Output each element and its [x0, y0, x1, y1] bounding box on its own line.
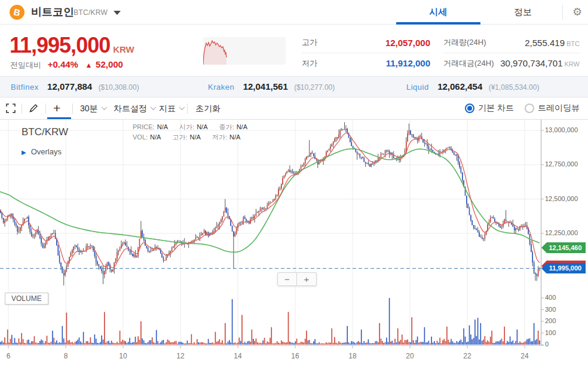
- coin-pair: BTC/KRW: [74, 0, 108, 24]
- add-button[interactable]: +: [53, 98, 60, 119]
- header: B 비트코인 BTC/KRW 시세 정보 ⚙: [0, 0, 588, 25]
- coin-name: 비트코인: [31, 0, 74, 24]
- zoom-controls: − +: [277, 272, 317, 286]
- ohlc-info-row-2: VOL:N/A 고가:N/A 저가:N/A: [133, 133, 240, 142]
- info-key: VOL:: [133, 133, 148, 141]
- high-label: 고가: [302, 37, 317, 48]
- info-value: N/A: [197, 123, 207, 130]
- exchange-name: Bitfinex: [11, 83, 39, 92]
- volume-pane-label: VOLUME: [5, 293, 48, 305]
- chart-type-radios: 기본 차트 트레이딩뷰: [465, 98, 580, 119]
- info-value: N/A: [150, 133, 161, 141]
- radio-tradingview[interactable]: 트레이딩뷰: [525, 103, 580, 114]
- toolbar-divider: [187, 104, 188, 114]
- reset-button[interactable]: 초기화: [195, 98, 220, 119]
- exchange-converted: ($10,277.00): [294, 83, 335, 92]
- price-change-row: 전일대비 +0.44% ▲ 52,000: [10, 59, 123, 71]
- toolbar-divider: [72, 104, 73, 114]
- tab-price[interactable]: 시세: [396, 0, 480, 24]
- time-axis-label: 22: [458, 352, 476, 360]
- stats-price-column: 고가 12,057,000 저가 11,912,000: [302, 32, 430, 73]
- time-axis-label: 6: [0, 352, 17, 360]
- exchange-name: Kraken: [208, 83, 234, 92]
- zoom-in-button[interactable]: +: [297, 272, 317, 286]
- price-axis-label: 12,750,000: [545, 160, 578, 168]
- bitcoin-icon: B: [10, 5, 24, 20]
- mini-sparkline: [203, 37, 286, 65]
- info-value: N/A: [157, 123, 168, 130]
- radio-unselected-icon: [525, 104, 534, 113]
- tab-info-label: 정보: [514, 7, 532, 17]
- low-value: 11,912,000: [386, 58, 430, 68]
- exchange-kraken[interactable]: Kraken 12,041,561 ($10,277.00): [208, 77, 335, 97]
- radio-tradingview-label: 트레이딩뷰: [538, 103, 580, 114]
- coin-dropdown-caret-icon[interactable]: [114, 11, 121, 15]
- value24-label: 거래대금(24H): [443, 58, 494, 69]
- exchange-converted: (¥1,085,534.00): [489, 83, 540, 92]
- up-arrow-icon: ▲: [85, 61, 93, 69]
- current-price-tag-value: 11,995,000: [541, 263, 586, 273]
- info-key: 고가:: [172, 133, 187, 142]
- chevron-down-icon: [151, 104, 157, 110]
- overlays-label: Overlays: [31, 147, 62, 156]
- time-axis-label: 14: [229, 352, 247, 360]
- price-axis-label: 12,250,000: [545, 229, 578, 236]
- volume24-unit: BTC: [566, 40, 580, 47]
- fullscreen-button[interactable]: [6, 98, 16, 119]
- tab-active-underline: [396, 22, 480, 25]
- volume-axis-label: 100: [545, 329, 556, 336]
- ohlc-info-row-1: PRICE:N/A 시가:N/A 종가:N/A: [133, 123, 247, 132]
- indicator-label: 지표: [159, 104, 176, 113]
- exchange-converted: ($10,308.00): [99, 83, 139, 92]
- change-label: 전일대비: [10, 60, 41, 69]
- change-percent: +0.44%: [48, 59, 78, 69]
- exchange-liquid[interactable]: Liquid 12,062,454 (¥1,085,534.00): [406, 77, 539, 97]
- price-axis-label: 12,500,000: [545, 195, 578, 202]
- stat-value-row: 거래대금(24H) 30,970,734,701KRW: [443, 53, 580, 73]
- chart-toolbar: + 30분 차트설정 지표 초기화 기본 차트 트레이딩뷰: [0, 98, 588, 120]
- info-key: PRICE:: [133, 123, 155, 130]
- info-value: N/A: [190, 133, 201, 141]
- price-axis-label: 13,000,000: [545, 126, 578, 133]
- value24-value: 30,970,734,701: [500, 58, 562, 68]
- info-key: 저가:: [212, 133, 227, 142]
- zoom-out-button[interactable]: −: [277, 272, 297, 286]
- exchange-price: 12,041,561: [243, 81, 288, 92]
- time-axis-label: 10: [114, 352, 132, 360]
- volume-axis-label: 0: [545, 340, 549, 348]
- gear-icon[interactable]: ⚙: [566, 0, 588, 24]
- volume-axis-label: 300: [545, 306, 556, 313]
- chart-settings-label: 차트설정: [114, 104, 147, 113]
- currency-unit: KRW: [113, 44, 134, 54]
- interval-dropdown[interactable]: 30분: [80, 98, 106, 119]
- fullscreen-icon: [6, 104, 16, 113]
- radio-basic-chart[interactable]: 기본 차트: [465, 103, 514, 114]
- change-amount: 52,000: [96, 59, 123, 69]
- radio-basic-label: 기본 차트: [478, 103, 514, 114]
- app: B 비트코인 BTC/KRW 시세 정보 ⚙ 11,995,000KRW 전일대…: [0, 0, 588, 365]
- info-value: N/A: [237, 123, 247, 130]
- header-divider: [562, 5, 563, 20]
- volume-axis-label: 200: [545, 317, 556, 324]
- volume24-value: 2,555.419: [525, 38, 565, 48]
- toolbar-divider: [22, 104, 22, 114]
- overlays-toggle[interactable]: ▶Overlays: [22, 147, 62, 156]
- price-chart-canvas[interactable]: [0, 120, 588, 354]
- stat-high-row: 고가 12,057,000: [302, 32, 430, 53]
- chart-settings-dropdown[interactable]: 차트설정: [114, 98, 155, 119]
- chevron-down-icon: [179, 104, 185, 110]
- exchange-bitfinex[interactable]: Bitfinex 12,077,884 ($10,308.00): [11, 77, 139, 97]
- exchange-price: 12,077,884: [47, 81, 92, 92]
- tab-info[interactable]: 정보: [481, 0, 565, 24]
- draw-button[interactable]: [28, 98, 39, 119]
- time-axis-label: 16: [286, 352, 304, 360]
- ma-price-tag: 12,145,460: [541, 242, 586, 253]
- info-value: N/A: [229, 133, 240, 141]
- tab-price-label: 시세: [430, 7, 448, 17]
- exchange-bar: Bitfinex 12,077,884 ($10,308.00) Kraken …: [0, 76, 588, 98]
- value24-unit: KRW: [565, 60, 580, 68]
- pencil-icon: [28, 103, 39, 114]
- indicator-dropdown[interactable]: 지표: [159, 98, 184, 119]
- chevron-down-icon: [101, 104, 107, 110]
- chart-region: BTC/KRW ▶Overlays PRICE:N/A 시가:N/A 종가:N/…: [0, 120, 588, 365]
